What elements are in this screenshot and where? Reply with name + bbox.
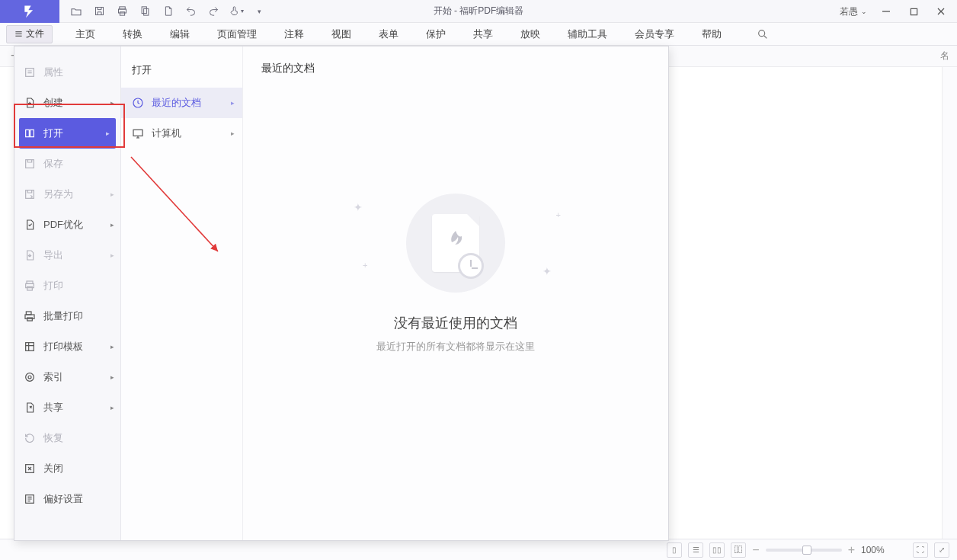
chevron-right-icon: ▸ [110,373,114,381]
new-icon[interactable] [157,1,178,22]
status-bar: ▯ ☰ ▯▯ ⿲ − + 100% ⛶ ⤢ [0,539,957,560]
sparkle-icon: + [556,210,561,219]
minimize-button[interactable] [873,1,899,22]
tab-present[interactable]: 放映 [507,23,554,46]
copy-icon[interactable] [134,1,155,22]
file-menu-content: 最近的文档 ✦ + + ✦ 没有最近使用的文档 最近打开的所有文档都将显示在这里 [243,46,668,540]
save-icon[interactable] [88,1,110,22]
sparkle-icon: ✦ [354,201,363,213]
chevron-right-icon: ▸ [231,130,235,137]
chevron-right-icon: ▸ [110,221,114,229]
sparkle-icon: + [363,261,367,270]
svg-rect-8 [26,69,34,77]
view-continuous-facing-icon[interactable]: ⿲ [731,542,746,558]
svg-rect-23 [133,130,142,136]
user-menu[interactable]: 若愚⌄ [835,5,872,18]
tab-edit[interactable]: 编辑 [156,23,203,46]
print-icon[interactable] [111,1,133,22]
filemenu-share[interactable]: 共享▸ [14,392,120,423]
sparkle-icon: ✦ [543,265,552,277]
zoom-in-icon[interactable]: + [848,543,855,557]
quick-access-toolbar: ▾ ▾ [59,1,270,22]
empty-subtitle: 最近打开的所有文档都将显示在这里 [376,340,535,354]
filemenu-open[interactable]: 打开▸ [19,118,116,149]
zoom-slider[interactable] [766,549,842,552]
filemenu-optimize[interactable]: PDF优化▸ [14,210,120,240]
view-facing-icon[interactable]: ▯▯ [709,542,725,558]
title-bar: ▾ ▾ 开始 - 福昕PDF编辑器 若愚⌄ [0,0,957,23]
filemenu-close[interactable]: 关闭 [14,453,120,484]
file-menu-subnav: 打开 最近的文档▸ 计算机▸ [121,46,243,540]
tab-accessibility[interactable]: 辅助工具 [554,23,621,46]
tab-view[interactable]: 视图 [318,23,365,46]
filemenu-print-template[interactable]: 打印模板▸ [14,331,120,362]
svg-rect-4 [142,7,146,14]
subnav-computer[interactable]: 计算机▸ [121,118,242,149]
svg-rect-13 [27,286,33,290]
file-menu-nav: 属性 创建▸ 打开▸ 保存 另存为▸ PDF优化▸ 导出▸ 打印 批量打印 打印… [14,46,121,540]
filemenu-save: 保存 [14,149,120,179]
subnav-recent[interactable]: 最近的文档▸ [121,88,242,118]
fit-icon[interactable]: ⤢ [934,542,949,558]
subnav-header: 打开 [121,57,242,88]
chevron-right-icon: ▸ [231,99,235,107]
open-icon[interactable] [66,1,87,22]
maximize-button[interactable] [901,1,927,22]
right-sidebar [942,67,957,539]
tab-protect[interactable]: 保护 [412,23,459,46]
user-name: 若愚 [840,5,858,18]
filemenu-create[interactable]: 创建▸ [14,88,120,118]
chevron-right-icon: ▸ [110,404,114,411]
zoom-value: 100% [861,545,907,555]
filemenu-batch-print[interactable]: 批量打印 [14,301,120,331]
filemenu-properties: 属性 [14,57,120,88]
svg-rect-6 [911,8,917,14]
svg-rect-3 [120,12,124,15]
tab-share[interactable]: 共享 [459,23,507,46]
file-tab-button[interactable]: 文件 [6,25,53,43]
fullscreen-icon[interactable]: ⛶ [913,542,928,558]
touch-icon[interactable]: ▾ [226,1,247,22]
svg-point-18 [26,373,34,382]
ribbon-tabs: 文件 主页 转换 编辑 页面管理 注释 视图 表单 保护 共享 放映 辅助工具 … [0,23,957,46]
svg-rect-14 [26,312,31,315]
svg-point-7 [759,30,765,36]
empty-title: 没有最近使用的文档 [376,314,535,332]
svg-point-19 [28,376,31,379]
filemenu-print: 打印 [14,270,120,301]
app-logo [0,0,59,23]
file-menu: 属性 创建▸ 打开▸ 保存 另存为▸ PDF优化▸ 导出▸ 打印 批量打印 打印… [14,46,669,541]
empty-state: ✦ + + ✦ 没有最近使用的文档 最近打开的所有文档都将显示在这里 [376,194,535,354]
tab-home[interactable]: 主页 [62,23,109,46]
tab-form[interactable]: 表单 [365,23,412,46]
file-tab-label: 文件 [26,27,44,40]
tab-vip[interactable]: 会员专享 [621,23,688,46]
redo-icon[interactable] [203,1,224,22]
view-single-icon[interactable]: ▯ [667,542,682,558]
svg-rect-0 [95,8,103,15]
filemenu-restore: 恢复 [14,423,120,453]
chevron-right-icon: ▸ [110,251,114,259]
chevron-right-icon: ▸ [110,99,114,107]
filemenu-save-as: 另存为▸ [14,179,120,210]
window-title: 开始 - 福昕PDF编辑器 [434,5,524,18]
qat-dropdown-icon[interactable]: ▾ [248,1,270,22]
empty-illustration [406,194,505,293]
close-button[interactable] [928,1,954,22]
filemenu-preferences[interactable]: 偏好设置 [14,484,120,514]
chevron-right-icon: ▸ [106,130,110,137]
clock-icon [458,253,484,279]
search-icon[interactable] [743,23,783,46]
chevron-right-icon: ▸ [110,190,114,198]
tab-page-manage[interactable]: 页面管理 [203,23,270,46]
undo-icon[interactable] [180,1,201,22]
filemenu-index[interactable]: 索引▸ [14,362,120,392]
zoom-out-icon[interactable]: − [752,543,759,557]
svg-rect-17 [26,343,34,351]
tab-convert[interactable]: 转换 [109,23,156,46]
view-continuous-icon[interactable]: ☰ [688,542,703,558]
tab-help[interactable]: 帮助 [688,23,735,46]
chevron-down-icon: ⌄ [861,8,867,15]
chevron-right-icon: ▸ [110,343,114,350]
tab-annotate[interactable]: 注释 [270,23,318,46]
